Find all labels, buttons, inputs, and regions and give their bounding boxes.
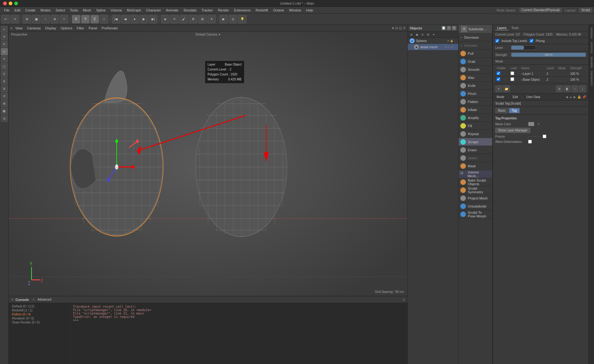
transform-tool[interactable]: ⊗ — [50, 15, 59, 24]
console-expand-icon[interactable]: ≡ — [32, 298, 34, 301]
tool-circle[interactable]: ◎ — [1, 115, 8, 122]
move-tool[interactable]: ⊕ — [23, 15, 31, 24]
vp-filter-menu[interactable]: Filter — [75, 26, 86, 30]
tools-tab[interactable]: Tools — [510, 26, 520, 30]
attr-nav-up[interactable]: ▲ — [569, 95, 572, 99]
tool-s1[interactable]: S — [1, 71, 8, 77]
tool-s3[interactable]: $ — [1, 85, 8, 92]
render-icon[interactable]: ▶ — [219, 15, 228, 24]
sphere-more-btn[interactable]: … — [454, 40, 456, 42]
obj-tool-5[interactable]: ✦ — [431, 32, 436, 37]
vp-icon2[interactable]: ⊡ — [395, 26, 398, 30]
tool-s2[interactable]: $ — [1, 78, 8, 85]
menu-file[interactable]: File — [2, 8, 12, 13]
menu-tracker[interactable]: Tracker — [200, 8, 215, 13]
mesh-tag-btn[interactable]: 🏷 — [451, 46, 453, 49]
basic-tab[interactable]: Basic — [495, 108, 508, 113]
close-button[interactable] — [3, 2, 7, 5]
obj-detail-mesh[interactable]: ▲ detail mesh 👁 ✎ 🏷 … — [408, 44, 458, 50]
vp-cameras-menu[interactable]: Cameras — [25, 26, 42, 30]
vp-icon1[interactable]: ⊕ — [392, 26, 394, 30]
obj-tool-2[interactable]: ◉ — [415, 32, 420, 37]
wax-button[interactable]: Wax — [458, 74, 492, 82]
allow-deform-checkbox[interactable] — [528, 140, 532, 143]
attr-lock-icon[interactable]: 🔒 — [577, 95, 581, 99]
sphere-lock-btn[interactable]: 🔒 — [450, 40, 453, 42]
mesh-more-btn[interactable]: … — [454, 46, 456, 49]
menu-spline[interactable]: Spline — [94, 8, 108, 13]
increase-button[interactable]: + Increase — [458, 41, 492, 49]
paint-icon[interactable]: 🖌 — [179, 15, 188, 24]
select-button[interactable]: Select — [458, 154, 492, 162]
show-layer-manager-btn[interactable]: Show Layer Manager — [495, 128, 530, 133]
menu-mograph[interactable]: MoGraph — [125, 8, 143, 13]
scrape-button[interactable]: Scrape — [458, 138, 492, 146]
star-icon[interactable]: ✦ — [207, 15, 216, 24]
play-prev[interactable]: ◀ — [121, 15, 130, 24]
layer2-lock[interactable] — [510, 77, 514, 81]
pull-button[interactable]: Pull — [458, 49, 492, 58]
layer-up-btn[interactable]: ↑ — [571, 85, 578, 92]
attr-nav-back[interactable]: ◀ — [566, 95, 568, 99]
tool-grid2[interactable]: ▦ — [1, 108, 8, 114]
layer1-lock[interactable] — [510, 71, 514, 75]
structure-strip-item[interactable]: Structure — [589, 41, 594, 55]
sculpt-symmetry-button[interactable]: Sculpt Symmetry — [458, 186, 492, 194]
menu-simulate[interactable]: Simulate — [181, 8, 199, 13]
layer2-vis[interactable] — [497, 77, 500, 81]
table-row[interactable]: –Layer 1 2 100 % — [495, 71, 586, 77]
obj-tool-4[interactable]: ⊞ — [426, 32, 431, 37]
layer-add-btn[interactable]: + — [495, 85, 502, 92]
console-close-btn[interactable]: ✕ — [402, 298, 405, 302]
layout-dropdown[interactable]: Sculpt — [579, 8, 592, 12]
add-tool[interactable]: + — [60, 15, 68, 24]
vp-tb-icon[interactable]: ≡ — [11, 26, 12, 30]
play-rec[interactable]: ● — [130, 15, 139, 24]
project-mesh-button[interactable]: Project Mesh — [458, 194, 492, 202]
strength-slider[interactable]: 100 % — [511, 53, 586, 57]
include-top-checkbox[interactable] — [495, 39, 499, 43]
script-teamrender[interactable]: -Team Render (0 / 0) — [10, 320, 69, 324]
vp-icon4[interactable]: ✕ — [403, 26, 406, 30]
tool-move[interactable]: ✛ — [1, 33, 8, 40]
smooth-button[interactable]: Smooth — [458, 66, 492, 74]
vp-view-menu[interactable]: View — [14, 26, 24, 30]
obj-view-icon[interactable]: 👁 — [452, 26, 456, 30]
menu-character[interactable]: Character — [144, 8, 163, 13]
script-renderer[interactable]: -Renderer (0 / 0) — [10, 316, 69, 320]
layer-folder-btn[interactable]: 📁 — [503, 85, 510, 92]
tool-rotate[interactable]: ↻ — [1, 41, 8, 48]
tool-brush[interactable]: ✎ — [1, 56, 8, 62]
menu-extensions[interactable]: Extensions — [232, 8, 253, 13]
vp-icon3[interactable]: ◱ — [399, 26, 402, 30]
decrease-button[interactable]: − Decrease — [458, 33, 492, 41]
table-row[interactable]: –Base Object 2 100 % — [495, 77, 586, 83]
mask-button[interactable]: Mask — [458, 162, 492, 170]
obj-edit-icon[interactable]: ✎ — [447, 26, 451, 30]
maximize-button[interactable] — [14, 2, 18, 5]
menu-help[interactable]: Help — [304, 8, 315, 13]
menu-volume[interactable]: Volume — [109, 8, 124, 13]
play-end[interactable]: ▶| — [149, 15, 157, 24]
redo-button[interactable]: ↪ — [11, 15, 19, 24]
minimize-button[interactable] — [9, 2, 12, 5]
materials-strip-item[interactable]: Materials — [589, 55, 594, 69]
coordinates-strip-item[interactable]: Coordinates — [589, 70, 594, 87]
render2-icon[interactable]: ◎ — [229, 15, 237, 24]
mode-z[interactable]: Z — [90, 15, 99, 24]
phong-checkbox[interactable] — [530, 39, 533, 43]
level-slider[interactable]: 2 — [511, 45, 536, 50]
play-start[interactable]: |◀ — [112, 15, 120, 24]
fill-button[interactable]: Fill — [458, 122, 492, 130]
mesh-edit-btn[interactable]: ✎ — [448, 46, 450, 49]
attributes-strip-item[interactable]: Attributes — [589, 26, 594, 40]
layer-del-btn[interactable]: 🗑 — [564, 85, 570, 92]
unsubdivide-button[interactable]: Unsubdivide — [458, 202, 492, 210]
menu-modes[interactable]: Modes — [38, 8, 53, 13]
sphere-vis-btn[interactable]: 👁 — [447, 40, 450, 42]
flatten-button[interactable]: Flatten — [458, 98, 492, 106]
menu-mesh[interactable]: Mesh — [81, 8, 93, 13]
freeze-checkbox[interactable] — [543, 135, 546, 138]
obj-file-icon[interactable]: 📄 — [441, 26, 446, 30]
mode-tab[interactable]: Mode — [495, 95, 506, 99]
